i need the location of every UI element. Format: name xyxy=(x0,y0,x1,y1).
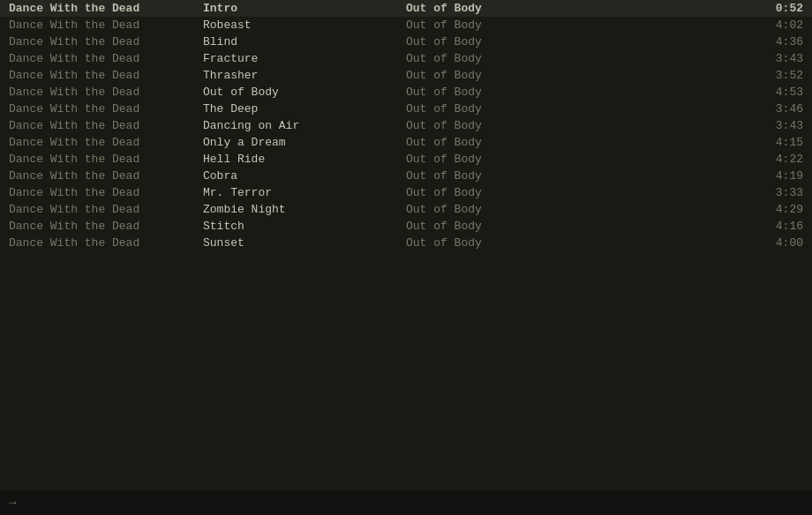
track-duration: 4:53 xyxy=(750,86,803,99)
track-duration: 4:00 xyxy=(750,236,803,250)
track-duration: 3:52 xyxy=(750,69,803,82)
arrow-icon: → xyxy=(9,496,16,510)
track-artist: Dance With the Dead xyxy=(9,203,203,216)
track-album: Out of Body xyxy=(406,203,750,216)
header-artist: Dance With the Dead xyxy=(9,2,203,15)
track-title: Thrasher xyxy=(203,69,406,82)
track-artist: Dance With the Dead xyxy=(9,236,203,250)
track-artist: Dance With the Dead xyxy=(9,69,203,82)
track-artist: Dance With the Dead xyxy=(9,86,203,99)
track-duration: 4:29 xyxy=(750,203,803,216)
track-album: Out of Body xyxy=(406,186,750,199)
track-duration: 4:22 xyxy=(750,153,803,166)
track-title: Cobra xyxy=(203,169,406,183)
table-row[interactable]: Dance With the DeadZombie NightOut of Bo… xyxy=(0,201,812,218)
track-artist: Dance With the Dead xyxy=(9,153,203,166)
track-duration: 3:46 xyxy=(750,102,803,116)
tracks-list: Dance With the DeadRobeastOut of Body4:0… xyxy=(0,17,812,251)
table-row[interactable]: Dance With the DeadBlindOut of Body4:36 xyxy=(0,34,812,50)
track-title: The Deep xyxy=(203,102,406,116)
track-artist: Dance With the Dead xyxy=(9,52,203,65)
header-duration: 0:52 xyxy=(750,2,803,15)
track-duration: 3:43 xyxy=(750,52,803,65)
track-artist: Dance With the Dead xyxy=(9,136,203,149)
track-artist: Dance With the Dead xyxy=(9,186,203,199)
table-row[interactable]: Dance With the DeadSunsetOut of Body4:00 xyxy=(0,235,812,251)
table-row[interactable]: Dance With the DeadOut of BodyOut of Bod… xyxy=(0,84,812,101)
track-duration: 4:02 xyxy=(750,19,803,32)
track-title: Mr. Terror xyxy=(203,186,406,199)
track-artist: Dance With the Dead xyxy=(9,102,203,116)
table-row[interactable]: Dance With the DeadDancing on AirOut of … xyxy=(0,117,812,134)
header-title: Intro xyxy=(203,2,406,15)
track-title: Only a Dream xyxy=(203,136,406,149)
table-row[interactable]: Dance With the DeadHell RideOut of Body4… xyxy=(0,151,812,168)
music-table: Dance With the Dead Intro Out of Body 0:… xyxy=(0,0,812,17)
track-artist: Dance With the Dead xyxy=(9,19,203,32)
track-album: Out of Body xyxy=(406,86,750,99)
table-row[interactable]: Dance With the DeadMr. TerrorOut of Body… xyxy=(0,184,812,201)
table-row[interactable]: Dance With the DeadFractureOut of Body3:… xyxy=(0,50,812,67)
bottom-bar: → xyxy=(0,490,812,515)
table-row[interactable]: Dance With the DeadRobeastOut of Body4:0… xyxy=(0,17,812,34)
track-title: Hell Ride xyxy=(203,153,406,166)
track-artist: Dance With the Dead xyxy=(9,35,203,49)
track-title: Out of Body xyxy=(203,86,406,99)
track-album: Out of Body xyxy=(406,236,750,250)
track-title: Stitch xyxy=(203,220,406,233)
track-duration: 4:15 xyxy=(750,136,803,149)
track-album: Out of Body xyxy=(406,119,750,132)
table-row[interactable]: Dance With the DeadStitchOut of Body4:16 xyxy=(0,218,812,235)
track-artist: Dance With the Dead xyxy=(9,169,203,183)
track-album: Out of Body xyxy=(406,19,750,32)
track-title: Zombie Night xyxy=(203,203,406,216)
track-title: Robeast xyxy=(203,19,406,32)
table-row[interactable]: Dance With the DeadCobraOut of Body4:19 xyxy=(0,168,812,184)
track-title: Sunset xyxy=(203,236,406,250)
track-album: Out of Body xyxy=(406,136,750,149)
track-album: Out of Body xyxy=(406,220,750,233)
track-title: Blind xyxy=(203,35,406,49)
track-duration: 4:19 xyxy=(750,169,803,183)
track-album: Out of Body xyxy=(406,69,750,82)
track-title: Dancing on Air xyxy=(203,119,406,132)
table-row[interactable]: Dance With the DeadOnly a DreamOut of Bo… xyxy=(0,134,812,151)
table-header: Dance With the Dead Intro Out of Body 0:… xyxy=(0,0,812,17)
header-album: Out of Body xyxy=(406,2,750,15)
track-album: Out of Body xyxy=(406,102,750,116)
track-album: Out of Body xyxy=(406,153,750,166)
table-row[interactable]: Dance With the DeadThrasherOut of Body3:… xyxy=(0,67,812,84)
track-album: Out of Body xyxy=(406,35,750,49)
track-duration: 4:36 xyxy=(750,35,803,49)
track-artist: Dance With the Dead xyxy=(9,119,203,132)
track-title: Fracture xyxy=(203,52,406,65)
track-duration: 4:16 xyxy=(750,220,803,233)
track-artist: Dance With the Dead xyxy=(9,220,203,233)
table-row[interactable]: Dance With the DeadThe DeepOut of Body3:… xyxy=(0,101,812,117)
track-album: Out of Body xyxy=(406,169,750,183)
track-duration: 3:33 xyxy=(750,186,803,199)
track-album: Out of Body xyxy=(406,52,750,65)
track-duration: 3:43 xyxy=(750,119,803,132)
